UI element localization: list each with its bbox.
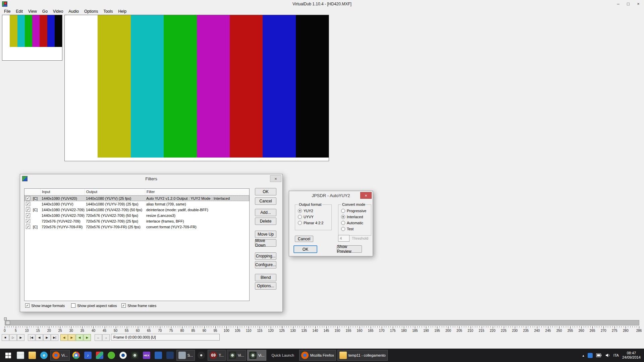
seek-track[interactable] [5,320,639,325]
show-preview-button[interactable]: Show Preview [337,245,362,253]
menu-edit[interactable]: Edit [13,8,25,14]
play-input-button[interactable]: ▷ [9,334,17,341]
radio-progressive[interactable]: Progressive [341,209,366,213]
ruler-tick [105,326,105,328]
show-frame-rates-checkbox[interactable]: ✓Show frame rates [121,303,156,308]
column-input[interactable]: Input [41,189,85,195]
add-button[interactable]: Add... [255,209,276,216]
options-button[interactable]: Options... [255,282,276,290]
seek-thumb[interactable] [6,321,10,325]
taskbar-virtualdub-window-1[interactable]: Vi... [227,350,246,361]
filters-dialog-titlebar[interactable]: Filters × [20,174,282,183]
radio-automatic[interactable]: Automatic [341,221,363,225]
menu-go[interactable]: Go [40,8,50,14]
taskbar-sizer-window[interactable]: S... [176,350,195,361]
move-down-button[interactable]: Move Down [255,239,276,247]
start-button[interactable] [2,349,14,362]
step-forward-button[interactable]: ▶ [43,334,51,341]
taskbar-hex-editor[interactable]: HEX [141,349,152,362]
radio-test[interactable]: Test [341,227,354,231]
autoyuy2-dialog-titlebar[interactable]: JPSDR - AutoYUY2 × [289,191,373,200]
menu-video[interactable]: Video [50,8,66,14]
show-image-formats-checkbox[interactable]: ✓Show image formats [25,303,65,308]
menu-options[interactable]: Options [82,8,101,14]
delete-button[interactable]: Delete [255,218,276,225]
taskbar-notepad[interactable] [15,349,26,362]
filter-row[interactable]: ✓720x576 (YUV422-709)720x576 (YUV422-709… [24,218,249,224]
next-keyframe-button[interactable]: ▶ [68,334,75,341]
taskbar-capture-panel[interactable] [153,349,164,362]
radio-interlaced[interactable]: Interlaced [341,215,363,219]
taskbar-temp11-collegamento[interactable]: temp11 - collegamento [337,350,388,361]
radio-planar-4-2-2[interactable]: Planar 4:2:2 [298,221,323,225]
taskbar-internet-explorer[interactable]: e [39,349,49,362]
filter-enabled-checkbox[interactable]: ✓ [26,196,30,200]
taskbar-virtualdub-window-2[interactable]: Vi... [247,350,267,361]
menu-file[interactable]: File [1,8,13,14]
filter-enabled-checkbox[interactable]: ✓ [26,202,30,206]
radio-uyvy[interactable]: UYVY [298,215,314,219]
column-filter[interactable]: Filter [145,189,249,195]
taskbar-virtualdub-app[interactable] [129,349,140,362]
filter-input-format: 720x576 (YUYV-709-FR) [41,225,85,229]
filter-row[interactable]: ✓1440x1080 (YUYV)1440x1080 (YUYV-709) (2… [24,201,249,207]
prev-keyframe-button[interactable]: ◀ [60,334,68,341]
minimize-button[interactable]: – [613,0,623,7]
configure-button[interactable]: Configure... [255,261,276,268]
taskbar-tuner-window[interactable]: 69T... [208,350,226,361]
filter-row[interactable]: ✓[C]1440x1080 (YUV420)1440x1080 (YUYV) (… [24,195,249,201]
battery-icon[interactable] [596,353,602,357]
close-button[interactable]: × [633,0,643,7]
taskbar-avsp-editor[interactable] [118,349,128,362]
close-icon[interactable]: × [360,192,372,199]
network-icon[interactable] [588,353,593,358]
menu-view[interactable]: View [25,8,40,14]
close-icon[interactable]: × [270,175,281,182]
language-indicator[interactable]: ITA [613,353,619,357]
cropping-button[interactable]: Cropping... [255,252,276,260]
cancel-button[interactable]: Cancel [295,236,313,242]
column-output[interactable]: Output [85,189,145,195]
filter-enabled-checkbox[interactable]: ✓ [26,225,30,229]
step-back-button[interactable]: ◀ [36,334,43,341]
show-pixel-aspect-ratios-checkbox[interactable]: Show pixel aspect ratios [71,303,117,308]
filter-row[interactable]: ✓[C]1440x1080 (YUV422-709)1440x1080 (YUV… [24,207,249,213]
radio-yuy2[interactable]: YUY2 [298,209,313,213]
menu-help[interactable]: Help [115,8,129,14]
prev-scene-button[interactable]: ◀ [76,334,83,341]
speaker-icon[interactable] [605,353,610,357]
taskbar-firefox-window[interactable]: Vi... [50,350,70,361]
menu-audio[interactable]: Audio [66,8,82,14]
filter-row[interactable]: ✓1440x1080 (YUV422-709)720x576 (YUV422-7… [24,213,249,218]
taskbar-chrome[interactable] [71,349,82,362]
play-output-button[interactable]: ▶ [17,334,24,341]
taskbar-codec-pack[interactable] [106,349,117,362]
tray-expand-chevron-icon[interactable]: ▴ [583,354,584,357]
taskbar-media-player[interactable]: ♪ [83,349,93,362]
next-scene-button[interactable]: ▶ [84,334,91,341]
blend-button[interactable]: Blend [255,274,276,281]
threshold-input[interactable] [338,235,350,242]
maximize-button[interactable]: □ [623,0,633,7]
taskbar-file-explorer[interactable] [27,349,38,362]
filter-list[interactable]: Input Output Filter ✓[C]1440x1080 (YUV42… [24,188,250,301]
taskbar-audio-player[interactable] [196,349,207,362]
goto-start-button[interactable]: |◀ [28,334,35,341]
filter-enabled-checkbox[interactable]: ✓ [26,213,30,218]
menu-tools[interactable]: Tools [101,8,115,14]
mark-in-button[interactable]: ← [95,334,102,341]
ok-button[interactable]: OK [293,245,317,253]
clock[interactable]: 08:47 24/09/2014 [622,351,641,360]
filter-enabled-checkbox[interactable]: ✓ [26,207,30,212]
cancel-button[interactable]: Cancel [255,197,276,205]
taskbar-avi-tool[interactable] [94,349,105,362]
mark-out-button[interactable]: → [102,334,110,341]
filter-row[interactable]: ✓[C]720x576 (YUYV-709-FR)720x576 (YUYV-7… [24,224,249,230]
goto-end-button[interactable]: ▶| [51,334,58,341]
filter-enabled-checkbox[interactable]: ✓ [26,219,30,223]
taskbar-media-editor[interactable] [165,349,175,362]
ok-button[interactable]: OK [255,188,276,195]
taskbar-mozilla-firefox[interactable]: Mozilla Firefox [299,350,336,361]
stop-button[interactable]: ■ [2,334,9,341]
move-up-button[interactable]: Move Up [255,231,276,238]
